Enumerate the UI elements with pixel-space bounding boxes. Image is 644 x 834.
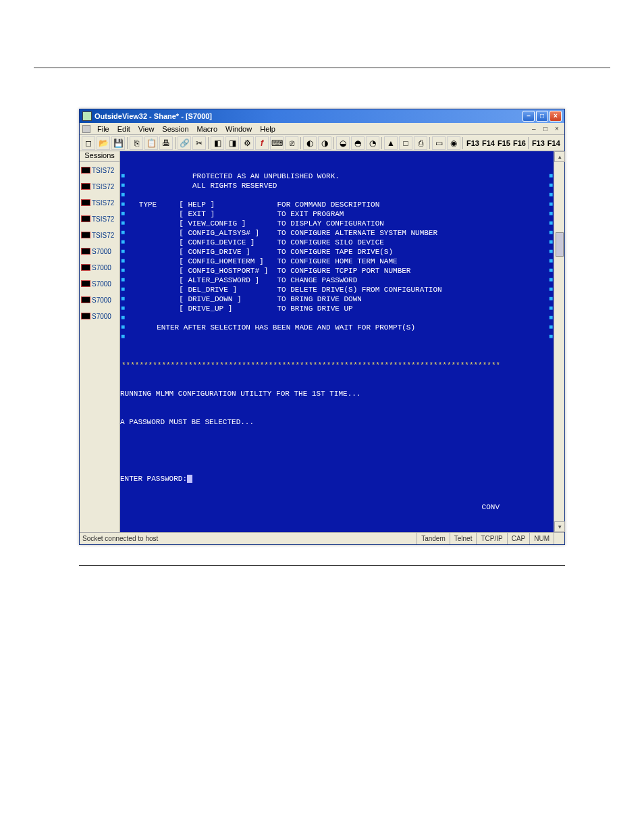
line-marker-left-icon: ■ — [120, 209, 126, 219]
menu-file[interactable]: File — [93, 125, 113, 133]
tool-button-7[interactable]: ◑ — [318, 136, 331, 150]
vertical-scrollbar[interactable]: ▴ ▾ — [554, 151, 564, 532]
close-button[interactable]: × — [549, 111, 562, 122]
fkey-f16[interactable]: F16 — [512, 139, 527, 147]
terminal-running-line-1: RUNNING MLMM CONFIGURATION UTILITY FOR T… — [120, 389, 554, 398]
open-button[interactable]: 📂 — [97, 136, 110, 150]
line-marker-left-icon: ■ — [120, 285, 126, 294]
menu-help[interactable]: Help — [256, 125, 279, 133]
line-marker-right-icon: ■ — [548, 190, 554, 200]
scroll-down-button[interactable]: ▾ — [554, 521, 565, 532]
session-item-tsis72-4[interactable]: TSIS72 — [80, 227, 119, 243]
terminal-conv-indicator: CONV — [120, 502, 554, 512]
terminal-line: ■ [ DEL_DRIVE ] TO DELETE DRIVE(S) FROM … — [120, 285, 554, 294]
terminal-text: [ VIEW_CONFIG ] TO DISPLAY CONFIGURATION — [126, 219, 548, 228]
status-bar: Socket connected to host Tandem Telnet T… — [80, 532, 564, 544]
session-item-s7000-9[interactable]: S7000 — [80, 308, 119, 324]
scroll-thumb[interactable] — [556, 232, 564, 257]
terminal-text: [ EXIT ] TO EXIT PROGRAM — [126, 209, 548, 219]
tool-button-11[interactable]: ▲ — [384, 136, 398, 150]
session-item-s7000-7[interactable]: S7000 — [80, 276, 119, 292]
session-item-s7000-6[interactable]: S7000 — [80, 259, 119, 276]
menu-window[interactable]: Window — [221, 125, 256, 133]
window-title: OutsideView32 - Shane* - [S7000] — [95, 112, 522, 120]
app-icon — [82, 111, 92, 121]
tool-button-15[interactable]: ◉ — [447, 136, 460, 150]
maximize-button[interactable]: □ — [536, 111, 548, 122]
save-button[interactable]: 💾 — [111, 136, 125, 150]
fkey-f13b[interactable]: F13 — [531, 139, 545, 147]
minimize-button[interactable]: – — [522, 111, 535, 122]
line-marker-left-icon: ■ — [120, 304, 126, 313]
fkey-f15[interactable]: F15 — [497, 139, 511, 147]
terminal-line: ■■ — [120, 190, 554, 200]
tool-button-8[interactable]: ◒ — [336, 136, 350, 150]
line-marker-right-icon: ■ — [548, 200, 554, 209]
line-marker-right-icon: ■ — [548, 266, 554, 276]
print-button[interactable]: 🖶 — [159, 136, 173, 150]
session-item-s7000-5[interactable]: S7000 — [80, 243, 119, 259]
terminal-text: [ DRIVE_UP ] TO BRING DRIVE UP — [126, 304, 548, 313]
terminal-line: ■ PROTECTED AS AN UNPUBLISHED WORK.■ — [120, 172, 554, 181]
terminal-running-line-2: A PASSWORD MUST BE SELECTED... — [120, 417, 554, 427]
disconnect-button[interactable]: ✂ — [192, 136, 206, 150]
copy-button[interactable]: ⎘ — [130, 136, 143, 150]
mdi-minimize-button[interactable]: – — [529, 125, 539, 133]
tool-button-6[interactable]: ◐ — [303, 136, 317, 150]
tool-button-10[interactable]: ◔ — [366, 136, 379, 150]
session-label: TSIS72 — [92, 199, 114, 207]
mdi-restore-button[interactable]: □ — [541, 125, 550, 133]
session-label: S7000 — [92, 248, 111, 255]
line-marker-left-icon: ■ — [120, 219, 126, 228]
tool-button-2[interactable]: ◨ — [225, 136, 239, 150]
terminal-icon — [81, 199, 90, 206]
tool-button-1[interactable]: ◧ — [211, 136, 224, 150]
menu-edit[interactable]: Edit — [113, 125, 134, 133]
paste-button[interactable]: 📋 — [144, 136, 158, 150]
session-label: TSIS72 — [92, 167, 114, 174]
tool-button-13[interactable]: ⎙ — [414, 136, 427, 150]
tool-button-9[interactable]: ◓ — [351, 136, 365, 150]
fkey-f13[interactable]: F13 — [466, 139, 480, 147]
mdi-close-button[interactable]: × — [552, 125, 562, 133]
menu-bar: File Edit View Session Macro Window Help… — [80, 123, 564, 135]
session-item-tsis72-3[interactable]: TSIS72 — [80, 211, 119, 227]
fkey-f14b[interactable]: F14 — [547, 139, 561, 147]
terminal-blank-line — [120, 446, 554, 455]
session-item-tsis72-1[interactable]: TSIS72 — [80, 178, 119, 194]
scroll-up-button[interactable]: ▴ — [554, 151, 565, 162]
terminal-text: [ CONFIG_HOSTPORT# ] TO CONFIGURE TCPIP … — [126, 266, 548, 276]
terminal-icon — [81, 167, 90, 174]
terminal-screen[interactable]: ■ PROTECTED AS AN UNPUBLISHED WORK.■■ AL… — [120, 151, 554, 532]
tool-button-14[interactable]: ▭ — [432, 136, 446, 150]
connect-button[interactable]: 🔗 — [178, 136, 191, 150]
line-marker-right-icon: ■ — [548, 323, 554, 332]
status-tcpip: TCP/IP — [476, 533, 506, 544]
line-marker-left-icon: ■ — [120, 181, 126, 190]
terminal-line: ■■ — [120, 332, 554, 342]
menu-view[interactable]: View — [134, 125, 159, 133]
status-telnet: Telnet — [450, 533, 477, 544]
sessions-panel: Sessions TSIS72TSIS72TSIS72TSIS72TSIS72S… — [80, 151, 120, 532]
fkey-f14[interactable]: F14 — [481, 139, 495, 147]
terminal-line: ■ [ DRIVE_DOWN ] TO BRING DRIVE DOWN■ — [120, 294, 554, 304]
tool-button-3[interactable]: ⚙ — [240, 136, 254, 150]
tool-button-5[interactable]: ⎚ — [285, 136, 298, 150]
line-marker-left-icon: ■ — [120, 276, 126, 285]
new-button[interactable]: ◻ — [82, 136, 95, 150]
tool-button-12[interactable]: □ — [399, 136, 412, 150]
main-area: Sessions TSIS72TSIS72TSIS72TSIS72TSIS72S… — [80, 151, 564, 532]
menu-session[interactable]: Session — [158, 125, 192, 133]
session-item-tsis72-0[interactable]: TSIS72 — [80, 162, 119, 178]
tool-button-f[interactable]: f — [255, 136, 269, 150]
tool-button-4[interactable]: ⌨ — [270, 136, 284, 150]
line-marker-right-icon: ■ — [548, 181, 554, 190]
terminal-text: [ CONFIG_DRIVE ] TO CONFIGURE TAPE DRIVE… — [126, 247, 548, 257]
terminal-line: ■ ALL RIGHTS RESERVED■ — [120, 181, 554, 190]
session-item-tsis72-2[interactable]: TSIS72 — [80, 194, 119, 211]
terminal-line: ■ [ CONFIG_DEVICE ] TO CONFIGURE SILO DE… — [120, 238, 554, 247]
menu-macro[interactable]: Macro — [193, 125, 222, 133]
terminal-icon — [81, 248, 90, 255]
session-item-s7000-8[interactable]: S7000 — [80, 292, 119, 308]
terminal-line: ■ [ CONFIG_HOSTPORT# ] TO CONFIGURE TCPI… — [120, 266, 554, 276]
